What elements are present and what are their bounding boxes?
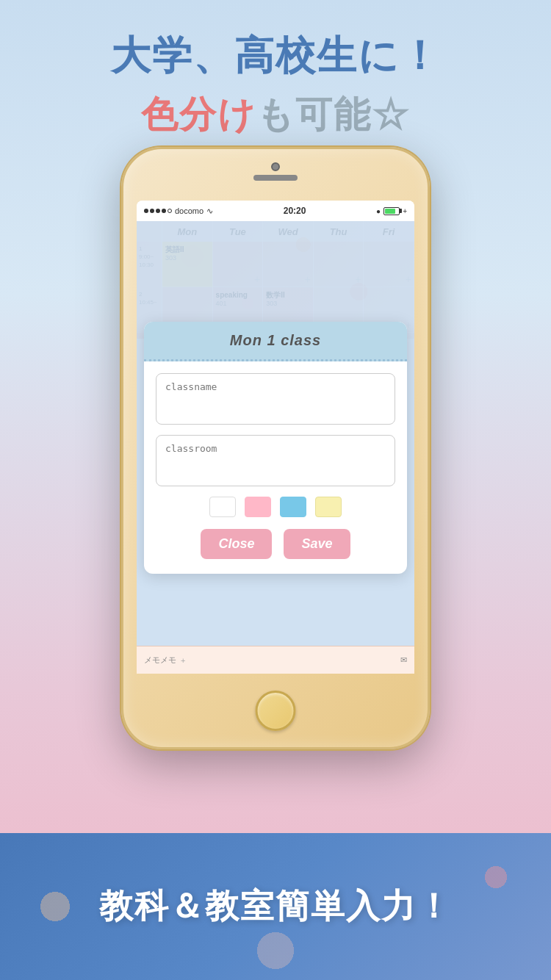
bottom-banner: 教科＆教室簡単入力！ [0, 833, 551, 980]
top-line2-gray: も可能☆ [256, 94, 410, 135]
modal-card: Mon 1 class Close Save [144, 322, 407, 574]
signal-dot-4 [162, 209, 166, 213]
signal-dots [144, 209, 172, 213]
phone-frame: docomo ∿ 20:20 ● + Mon Tue [121, 147, 430, 749]
home-button[interactable] [256, 691, 296, 731]
memo-label: メモメモ [144, 655, 176, 666]
color-picker [156, 497, 395, 517]
add-memo-icon[interactable]: + [181, 656, 185, 665]
status-bar: docomo ∿ 20:20 ● + [137, 201, 414, 221]
lock-icon: ● [376, 207, 381, 215]
charging-icon: + [403, 207, 407, 215]
modal-overlay: Mon 1 class Close Save [137, 221, 414, 674]
tab-bar: メモメモ + ✉ [137, 646, 414, 674]
top-line2: 色分けも可能☆ [0, 90, 551, 140]
battery-fill [385, 209, 395, 214]
modal-title: Mon 1 class [154, 332, 397, 349]
modal-header: Mon 1 class [144, 322, 407, 361]
wifi-icon: ∿ [206, 206, 213, 216]
top-section: 大学、高校生に！ 色分けも可能☆ [0, 0, 551, 154]
classname-input[interactable] [156, 373, 395, 425]
front-camera [271, 162, 280, 171]
modal-body: Close Save [144, 361, 407, 574]
power-button [121, 296, 123, 344]
classroom-input[interactable] [156, 435, 395, 486]
signal-dot-3 [156, 209, 160, 213]
carrier-name: docomo [175, 206, 204, 215]
volume-up-button [428, 267, 430, 300]
modal-buttons: Close Save [156, 529, 395, 562]
color-white[interactable] [209, 497, 236, 517]
save-button[interactable]: Save [284, 529, 350, 559]
phone-screen: docomo ∿ 20:20 ● + Mon Tue [137, 201, 414, 674]
color-blue[interactable] [280, 497, 306, 517]
bottom-banner-text: 教科＆教室簡単入力！ [99, 884, 452, 929]
top-line1: 大学、高校生に！ [0, 29, 551, 83]
phone-speaker [253, 175, 298, 181]
signal-dot-1 [144, 209, 148, 213]
close-button[interactable]: Close [201, 529, 272, 559]
status-right: ● + [376, 207, 407, 215]
signal-dot-5 [168, 209, 172, 213]
phone-mockup: docomo ∿ 20:20 ● + Mon Tue [121, 147, 430, 749]
signal-dot-2 [150, 209, 154, 213]
battery-icon [383, 207, 400, 215]
top-line2-colored: 色分け [141, 94, 256, 135]
mail-icon[interactable]: ✉ [400, 655, 407, 665]
volume-down-button [428, 307, 430, 340]
color-yellow[interactable] [315, 497, 342, 517]
color-pink[interactable] [245, 497, 271, 517]
status-time: 20:20 [284, 206, 306, 216]
status-left: docomo ∿ [144, 206, 213, 216]
phone-top-bar [253, 162, 298, 181]
